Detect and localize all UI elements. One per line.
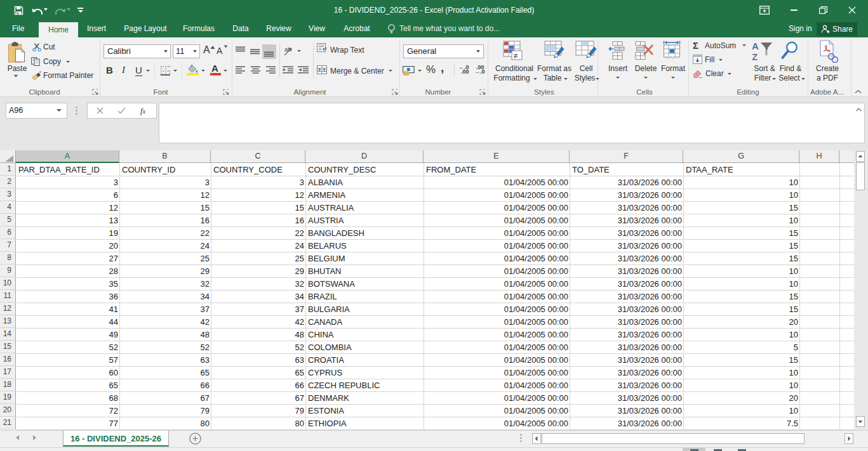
svg-text:Z: Z [752,51,758,62]
svg-text:≠: ≠ [514,51,518,60]
svg-text:A: A [752,41,759,51]
svg-text:ab: ab [284,46,291,53]
